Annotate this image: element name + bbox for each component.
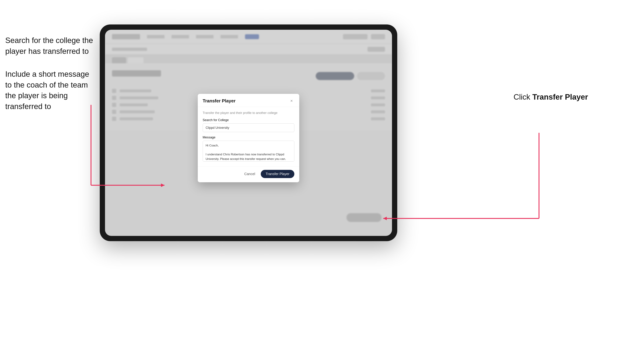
- annotation-text-search: Search for the college the player has tr…: [5, 35, 96, 56]
- modal-body: Transfer the player and their profile to…: [198, 107, 299, 167]
- modal-close-button[interactable]: ×: [289, 98, 294, 104]
- transfer-player-button[interactable]: Transfer Player: [261, 170, 294, 178]
- modal-footer: Cancel Transfer Player: [198, 167, 299, 182]
- tablet-device: Transfer Player × Transfer the player an…: [100, 24, 397, 241]
- cancel-button[interactable]: Cancel: [242, 170, 258, 178]
- message-label: Message: [203, 136, 294, 139]
- search-college-label: Search for College: [203, 118, 294, 122]
- modal-overlay: Transfer Player × Transfer the player an…: [105, 30, 392, 236]
- modal-title: Transfer Player: [203, 98, 236, 104]
- modal-subtitle: Transfer the player and their profile to…: [203, 111, 294, 115]
- annotation-right: Click Transfer Player: [514, 93, 588, 101]
- tablet-screen: Transfer Player × Transfer the player an…: [105, 30, 392, 236]
- annotation-text-message: Include a short message to the coach of …: [5, 69, 96, 112]
- modal-header: Transfer Player ×: [198, 94, 299, 107]
- search-college-input[interactable]: [203, 123, 294, 132]
- annotation-left-top: Search for the college the player has tr…: [5, 35, 96, 124]
- message-textarea[interactable]: [203, 141, 294, 162]
- transfer-player-modal: Transfer Player × Transfer the player an…: [198, 94, 299, 182]
